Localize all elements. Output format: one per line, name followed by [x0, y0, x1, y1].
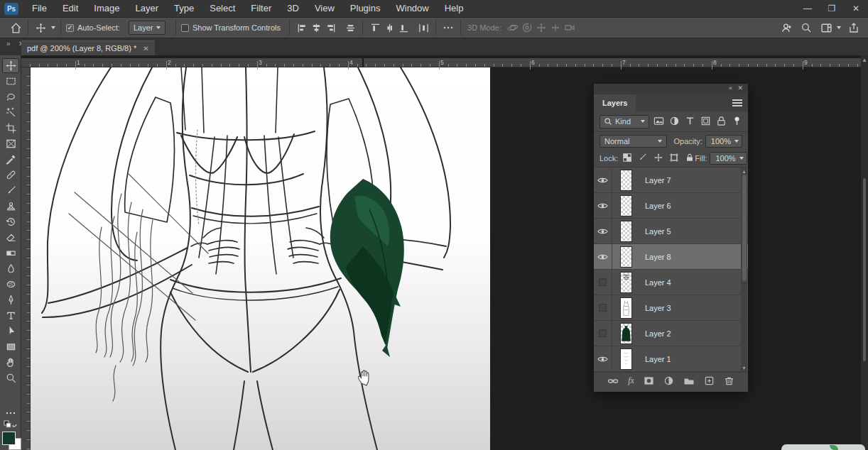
- auto-select-checkbox[interactable]: ✓: [66, 24, 74, 32]
- layer-row-layer-6[interactable]: Layer 6: [594, 193, 748, 219]
- tool-history-brush[interactable]: [2, 214, 19, 229]
- visibility-toggle[interactable]: [594, 244, 612, 270]
- layer-thumbnail[interactable]: [620, 349, 632, 370]
- tool-magic-wand[interactable]: [2, 105, 19, 120]
- tool-rectangular-marquee[interactable]: [2, 74, 19, 89]
- scrollbar-thumb[interactable]: [862, 177, 867, 362]
- layer-style-icon[interactable]: fx: [628, 375, 634, 386]
- adjustment-layer-icon[interactable]: [663, 375, 674, 386]
- tool-lasso[interactable]: [2, 89, 19, 104]
- share-user-icon[interactable]: [779, 21, 793, 35]
- fill-input[interactable]: 100%: [710, 152, 747, 165]
- minimize-button[interactable]: —: [796, 0, 820, 17]
- menu-item-window[interactable]: Window: [388, 0, 436, 17]
- tool-clone-stamp[interactable]: [2, 199, 19, 214]
- layer-row-layer-5[interactable]: Layer 5: [594, 219, 748, 244]
- layer-thumbnail[interactable]: [620, 170, 632, 191]
- visibility-toggle[interactable]: [594, 295, 612, 321]
- filter-toggle-icon[interactable]: [732, 116, 742, 128]
- align-left-icon[interactable]: [295, 21, 309, 35]
- lock-transparent-icon[interactable]: [622, 153, 632, 164]
- share-export-icon[interactable]: [847, 21, 861, 35]
- layers-tab[interactable]: Layers: [594, 94, 636, 111]
- layer-row-layer-7[interactable]: Layer 7: [594, 168, 748, 193]
- visibility-toggle[interactable]: [594, 168, 612, 193]
- layer-name[interactable]: Layer 1: [645, 355, 671, 363]
- workspace-caret-icon[interactable]: [837, 26, 841, 29]
- lock-position-icon[interactable]: [653, 153, 663, 164]
- move-tool-caret-icon[interactable]: [51, 26, 55, 29]
- visibility-toggle[interactable]: [594, 193, 612, 219]
- visibility-toggle[interactable]: [594, 219, 612, 244]
- layer-row-layer-2[interactable]: Layer 2: [594, 321, 748, 346]
- layers-scrollbar-thumb[interactable]: [742, 175, 747, 281]
- layers-scroll-down-icon[interactable]: ▼: [741, 366, 747, 371]
- align-bottom-icon[interactable]: [396, 21, 411, 35]
- tool-blur[interactable]: [2, 261, 19, 276]
- tool-gradient[interactable]: [2, 246, 19, 260]
- menu-item-select[interactable]: Select: [202, 0, 243, 17]
- more-options-icon[interactable]: [441, 21, 455, 35]
- layer-thumbnail[interactable]: [620, 297, 632, 319]
- layer-row-layer-3[interactable]: Layer 3: [594, 295, 748, 321]
- tool-spot-healing-brush[interactable]: [2, 168, 19, 182]
- tool-eyedropper[interactable]: [2, 152, 19, 167]
- lock-artboard-icon[interactable]: [669, 153, 679, 164]
- filter-kind-dropdown[interactable]: Kind: [600, 115, 649, 128]
- tool-move[interactable]: [2, 58, 19, 73]
- panel-menu-icon[interactable]: [732, 99, 742, 106]
- notification-toast[interactable]: [781, 444, 865, 450]
- show-transform-checkbox[interactable]: [181, 24, 189, 32]
- layer-thumbnail[interactable]: [620, 323, 632, 344]
- tool-pen[interactable]: [2, 292, 19, 307]
- opacity-input[interactable]: 100%: [705, 135, 742, 148]
- link-layers-icon[interactable]: [607, 375, 619, 387]
- tool-type[interactable]: [2, 308, 19, 323]
- align-right-icon[interactable]: [323, 21, 337, 35]
- tab-close-icon[interactable]: ✕: [143, 45, 148, 53]
- document-tab[interactable]: pdf @ 200% (Layer 8, RGB/8) * ✕: [21, 40, 155, 55]
- tool-sponge[interactable]: [2, 277, 19, 292]
- filter-type-icon[interactable]: [685, 116, 695, 128]
- layer-thumbnail[interactable]: [620, 272, 632, 293]
- delete-layer-icon[interactable]: [724, 375, 734, 386]
- canvas[interactable]: [31, 67, 490, 450]
- layer-name[interactable]: Layer 3: [645, 304, 671, 312]
- menu-item-3d[interactable]: 3D: [279, 0, 307, 17]
- visibility-toggle[interactable]: [594, 321, 612, 346]
- workspace-switcher-icon[interactable]: [819, 21, 833, 35]
- scroll-up-icon[interactable]: ▲: [861, 57, 868, 63]
- menu-item-layer[interactable]: Layer: [128, 0, 167, 17]
- filter-smart-object-icon[interactable]: [716, 116, 727, 128]
- lock-all-icon[interactable]: [685, 153, 695, 164]
- menu-item-type[interactable]: Type: [166, 0, 202, 17]
- visibility-toggle[interactable]: [594, 270, 612, 295]
- align-center-horizontal-icon[interactable]: [309, 21, 323, 35]
- layer-name[interactable]: Layer 2: [645, 329, 671, 338]
- visibility-toggle[interactable]: [594, 346, 612, 372]
- lock-pixels-icon[interactable]: [638, 153, 648, 164]
- menu-item-plugins[interactable]: Plugins: [342, 0, 389, 17]
- collapse-panel-icon[interactable]: «: [729, 84, 732, 92]
- filter-adjustment-icon[interactable]: [669, 116, 680, 128]
- align-middle-icon[interactable]: [343, 21, 357, 35]
- tool-path-selection[interactable]: [2, 324, 19, 339]
- add-mask-icon[interactable]: [644, 375, 654, 386]
- menu-item-image[interactable]: Image: [86, 0, 127, 17]
- close-button[interactable]: ✕: [844, 0, 868, 17]
- distribute-horizontal-icon[interactable]: [416, 21, 430, 35]
- layer-name[interactable]: Layer 6: [645, 202, 671, 210]
- default-colors-icon[interactable]: [2, 420, 19, 430]
- edit-toolbar-icon[interactable]: [2, 407, 19, 419]
- menu-item-view[interactable]: View: [307, 0, 342, 17]
- filter-shape-icon[interactable]: [700, 116, 711, 128]
- layer-thumbnail[interactable]: [620, 221, 632, 242]
- align-top-icon[interactable]: [368, 21, 382, 35]
- close-panel-icon[interactable]: ✕: [737, 84, 743, 92]
- menu-item-edit[interactable]: Edit: [55, 0, 86, 17]
- tool-frame[interactable]: [2, 136, 19, 151]
- tool-crop[interactable]: [2, 121, 19, 136]
- move-tool-icon[interactable]: [33, 21, 48, 35]
- menu-item-help[interactable]: Help: [437, 0, 472, 17]
- layer-name[interactable]: Layer 5: [645, 227, 671, 236]
